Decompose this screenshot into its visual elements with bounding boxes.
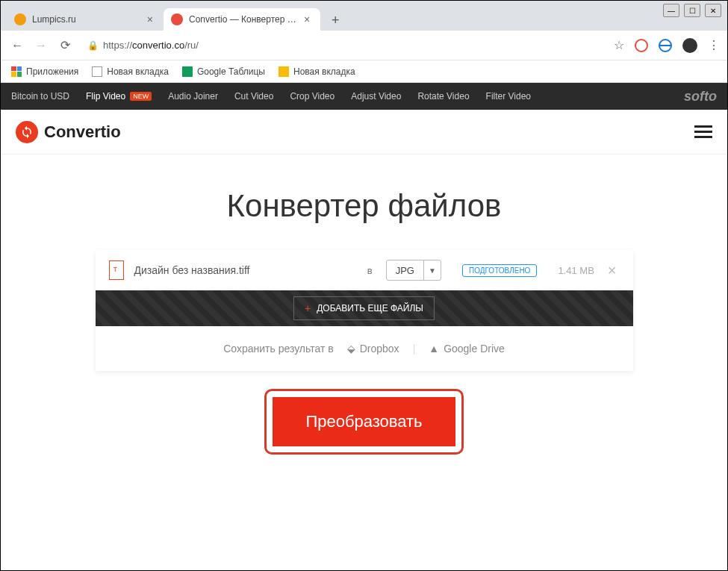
favicon-icon xyxy=(171,13,183,25)
file-name: Дизайн без названия.tiff xyxy=(134,264,357,276)
convertio-logo-icon xyxy=(16,121,38,143)
gdrive-link[interactable]: ▲ Google Drive xyxy=(429,343,505,355)
apps-grid-icon xyxy=(11,66,22,77)
file-row: Дизайн без названия.tiff в JPG ▼ ПОДГОТО… xyxy=(96,250,633,290)
in-label: в xyxy=(367,265,373,276)
format-value[interactable]: JPG xyxy=(387,260,424,280)
divider: | xyxy=(413,343,416,355)
util-link[interactable]: Flip Video NEW xyxy=(86,91,152,102)
new-tab-button[interactable]: + xyxy=(325,10,346,31)
dropbox-link[interactable]: ⬙ Dropbox xyxy=(347,343,399,355)
status-badge[interactable]: ПОДГОТОВЛЕНО xyxy=(462,264,537,277)
reload-button[interactable]: ⟳ xyxy=(56,37,74,54)
bookmark-item[interactable]: Новая вкладка xyxy=(279,66,355,77)
url-host: convertio.co xyxy=(132,40,184,51)
menu-button[interactable] xyxy=(694,125,712,138)
tab-title: Lumpics.ru xyxy=(32,14,76,25)
add-files-button[interactable]: + ДОБАВИТЬ ЕЩЕ ФАЙЛЫ xyxy=(293,296,435,320)
format-select: JPG ▼ xyxy=(386,260,441,281)
new-badge: NEW xyxy=(130,92,152,101)
favicon-icon xyxy=(14,13,26,25)
util-link[interactable]: Bitcoin to USD xyxy=(11,91,69,102)
save-row: Сохранить результат в ⬙ Dropbox | ▲ Goog… xyxy=(96,326,633,371)
forward-button[interactable]: → xyxy=(32,37,50,54)
util-link[interactable]: Audio Joiner xyxy=(168,91,218,102)
hero: Конвертер файлов xyxy=(1,155,727,250)
bookmark-label: Новая вкладка xyxy=(107,66,169,77)
minimize-button[interactable]: — xyxy=(663,4,679,17)
page-icon xyxy=(92,66,102,77)
dropbox-label: Dropbox xyxy=(360,343,399,355)
save-label: Сохранить результат в xyxy=(223,343,334,355)
menu-icon[interactable]: ⋮ xyxy=(708,38,720,52)
bookmark-item[interactable]: Google Таблицы xyxy=(182,66,265,77)
back-button[interactable]: ← xyxy=(8,37,26,54)
gdrive-label: Google Drive xyxy=(444,343,505,355)
remove-file-button[interactable]: × xyxy=(605,262,620,279)
convert-button[interactable]: Преобразовать xyxy=(273,397,455,446)
bookmark-label: Новая вкладка xyxy=(293,66,355,77)
util-link[interactable]: Filter Video xyxy=(486,91,531,102)
converter-card: Дизайн без названия.tiff в JPG ▼ ПОДГОТО… xyxy=(96,250,633,371)
logo[interactable]: Convertio xyxy=(16,121,121,143)
url-input[interactable]: 🔒 https://convertio.co/ru/ xyxy=(80,35,602,56)
address-bar: ← → ⟳ 🔒 https://convertio.co/ru/ ☆ ⋮ xyxy=(1,31,727,60)
bookmark-item[interactable]: Новая вкладка xyxy=(92,66,169,77)
close-icon[interactable]: × xyxy=(144,13,156,25)
close-window-button[interactable]: ✕ xyxy=(705,4,721,17)
globe-icon[interactable] xyxy=(659,39,672,52)
file-size: 1.41 MB xyxy=(558,265,594,276)
maximize-button[interactable]: ☐ xyxy=(684,4,700,17)
softo-logo: softo xyxy=(684,89,717,104)
util-link-label: Flip Video xyxy=(86,91,125,102)
add-files-label: ДОБАВИТЬ ЕЩЕ ФАЙЛЫ xyxy=(317,303,423,313)
utility-bar: Bitcoin to USD Flip Video NEW Audio Join… xyxy=(1,83,727,110)
convert-wrap: Преобразовать xyxy=(1,389,727,455)
util-link[interactable]: Cut Video xyxy=(234,91,273,102)
page-title: Конвертер файлов xyxy=(1,188,727,224)
plus-icon: + xyxy=(305,302,311,314)
util-link[interactable]: Crop Video xyxy=(290,91,335,102)
bookmarks-bar: Приложения Новая вкладка Google Таблицы … xyxy=(1,60,727,83)
browser-tab-convertio[interactable]: Convertio — Конвертер файлов × xyxy=(164,8,320,31)
lock-icon: 🔒 xyxy=(87,40,99,51)
logo-text: Convertio xyxy=(44,122,121,142)
site-header: Convertio xyxy=(1,110,727,155)
dropbox-icon: ⬙ xyxy=(347,343,355,355)
sheets-icon xyxy=(182,66,193,77)
url-path: /ru/ xyxy=(184,40,199,51)
convert-highlight: Преобразовать xyxy=(264,389,463,455)
tab-title: Convertio — Конвертер файлов xyxy=(189,14,301,25)
browser-tabs-bar: Lumpics.ru × Convertio — Конвертер файло… xyxy=(1,1,727,31)
apps-button[interactable]: Приложения xyxy=(11,66,78,77)
chevron-down-icon[interactable]: ▼ xyxy=(424,260,441,280)
util-link[interactable]: Adjust Video xyxy=(351,91,401,102)
page-icon xyxy=(279,66,289,77)
gdrive-icon: ▲ xyxy=(429,343,439,355)
window-controls: — ☐ ✕ xyxy=(663,4,721,17)
bookmark-star-icon[interactable]: ☆ xyxy=(614,38,624,52)
util-link[interactable]: Rotate Video xyxy=(417,91,469,102)
url-protocol: https:// xyxy=(103,40,132,51)
profile-avatar[interactable] xyxy=(682,38,697,53)
extension-icon[interactable] xyxy=(635,39,648,52)
tiff-file-icon xyxy=(109,260,124,280)
close-icon[interactable]: × xyxy=(301,13,313,25)
apps-label: Приложения xyxy=(26,66,78,77)
addressbar-actions: ☆ ⋮ xyxy=(614,38,720,53)
bookmark-label: Google Таблицы xyxy=(197,66,265,77)
browser-tab-lumpics[interactable]: Lumpics.ru × xyxy=(7,8,164,31)
add-more-row: + ДОБАВИТЬ ЕЩЕ ФАЙЛЫ xyxy=(96,290,633,326)
